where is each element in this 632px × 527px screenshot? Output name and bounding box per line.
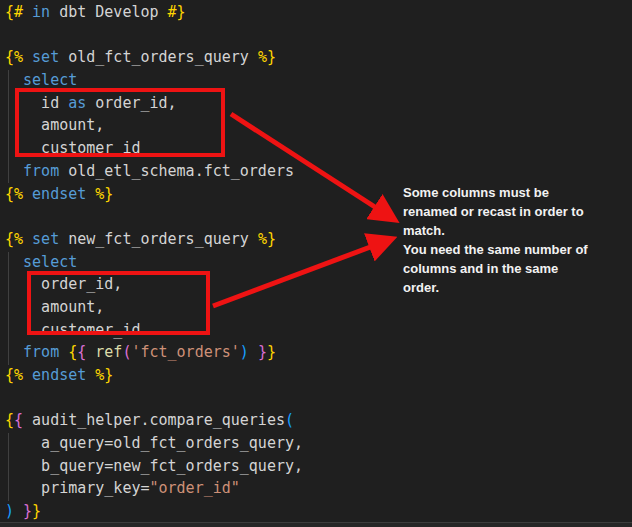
code-token: select bbox=[23, 71, 77, 89]
code-token bbox=[86, 343, 95, 361]
code-token: set bbox=[32, 230, 59, 248]
code-token: in bbox=[32, 3, 50, 21]
code-token: ref bbox=[95, 343, 122, 361]
code-token: %} bbox=[95, 366, 113, 384]
code-token: endset bbox=[32, 366, 86, 384]
code-token: { bbox=[5, 411, 14, 429]
code-token: new_fct_orders_query bbox=[59, 230, 258, 248]
code-line[interactable]: a_query=old_fct_orders_query, bbox=[0, 432, 632, 455]
code-line[interactable] bbox=[0, 387, 632, 410]
code-line[interactable]: from old_etl_schema.fct_orders bbox=[0, 160, 632, 183]
code-token: {% bbox=[5, 230, 32, 248]
editor-viewport: {# in dbt Develop #}{% set old_fct_order… bbox=[0, 0, 632, 527]
annotation-note: Some columns must be renamed or recast i… bbox=[403, 183, 589, 297]
code-token: {% bbox=[5, 48, 32, 66]
code-line[interactable]: {{ audit_helper.compare_queries( bbox=[0, 409, 632, 432]
code-token: #} bbox=[168, 3, 186, 21]
code-token: } bbox=[23, 502, 32, 520]
code-token: ( bbox=[285, 411, 294, 429]
code-token: %} bbox=[258, 230, 276, 248]
code-token: "order_id" bbox=[150, 479, 240, 497]
code-token: } bbox=[267, 343, 276, 361]
annotation-line-2: You need the same number of columns and … bbox=[403, 240, 589, 297]
code-line[interactable]: {% endset %} bbox=[0, 364, 632, 387]
callout-box-new-columns bbox=[27, 271, 210, 335]
code-token: {% bbox=[5, 185, 32, 203]
code-line[interactable]: {% set old_fct_orders_query %} bbox=[0, 46, 632, 69]
code-token: {# bbox=[5, 3, 32, 21]
code-token bbox=[5, 253, 23, 271]
bottom-panel-edge bbox=[0, 522, 632, 527]
code-line[interactable]: ) }} bbox=[0, 500, 632, 523]
annotation-line-1: Some columns must be renamed or recast i… bbox=[403, 183, 589, 240]
code-token: { bbox=[14, 411, 23, 429]
code-token bbox=[14, 502, 23, 520]
code-token: %} bbox=[95, 185, 113, 203]
code-line[interactable]: from {{ ref('fct_orders') }} bbox=[0, 341, 632, 364]
code-token bbox=[249, 343, 258, 361]
code-token: set bbox=[32, 48, 59, 66]
code-line[interactable]: {# in dbt Develop #} bbox=[0, 1, 632, 24]
code-line[interactable]: b_query=new_fct_orders_query, bbox=[0, 455, 632, 478]
code-token: } bbox=[32, 502, 41, 520]
code-token: b_query=new_fct_orders_query, bbox=[5, 457, 303, 475]
code-token: old_etl_schema.fct_orders bbox=[59, 162, 294, 180]
code-token bbox=[59, 343, 68, 361]
code-line[interactable] bbox=[0, 24, 632, 47]
code-token: dbt Develop bbox=[50, 3, 167, 21]
code-token: from bbox=[23, 343, 59, 361]
code-token bbox=[5, 71, 23, 89]
code-token: endset bbox=[32, 185, 86, 203]
code-token: { bbox=[68, 343, 77, 361]
code-token: old_fct_orders_query bbox=[59, 48, 258, 66]
code-token: {% bbox=[5, 366, 32, 384]
code-token: from bbox=[23, 162, 59, 180]
code-token: { bbox=[77, 343, 86, 361]
code-token bbox=[86, 185, 95, 203]
code-token: 'fct_orders' bbox=[131, 343, 239, 361]
code-token: } bbox=[258, 343, 267, 361]
code-token: primary_key= bbox=[5, 479, 150, 497]
code-line[interactable]: primary_key="order_id" bbox=[0, 477, 632, 500]
code-token: a_query=old_fct_orders_query, bbox=[5, 434, 303, 452]
code-token: audit_helper.compare_queries bbox=[23, 411, 285, 429]
code-token bbox=[5, 162, 23, 180]
code-token: %} bbox=[258, 48, 276, 66]
code-token bbox=[5, 343, 23, 361]
code-token: ) bbox=[5, 502, 14, 520]
code-token: select bbox=[23, 253, 77, 271]
code-token: ) bbox=[240, 343, 249, 361]
code-token bbox=[86, 366, 95, 384]
callout-box-old-columns bbox=[15, 88, 225, 157]
